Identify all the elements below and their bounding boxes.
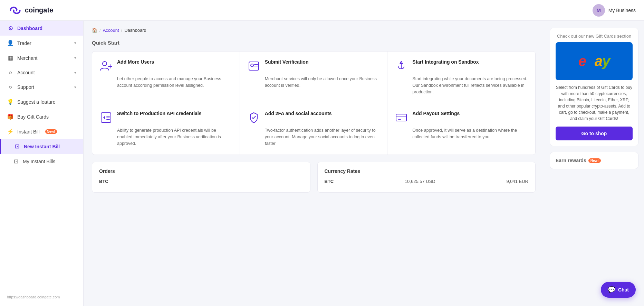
- chat-label: Chat: [618, 287, 629, 293]
- production-icon: [99, 111, 113, 124]
- sidebar-item-account[interactable]: ○ Account ▾: [0, 65, 83, 80]
- breadcrumb-account[interactable]: Account: [103, 28, 119, 33]
- qs-desc-payout: Once approved, it will serve as a destin…: [394, 127, 528, 140]
- logo[interactable]: coingate: [8, 6, 53, 15]
- sidebar-footer: https://dashboard.coingate.com: [0, 292, 83, 302]
- sidebar: ⊙ Dashboard 👤 Trader ▾ ▦ Merchant ▾ ○ Ac…: [0, 21, 84, 306]
- qs-card-add-users: Add More Users Let other people to acces…: [92, 52, 240, 103]
- currency-rates-title: Currency Rates: [325, 168, 529, 174]
- quick-start-grid: Add More Users Let other people to acces…: [92, 51, 536, 155]
- earn-label: Earn rewards: [556, 158, 586, 163]
- earn-title: Earn rewards New!: [556, 158, 633, 163]
- account-icon: ○: [7, 69, 14, 76]
- ebay-text: ebay: [578, 53, 610, 69]
- promo-desc: Select from hundreds of Gift Cards to bu…: [556, 84, 633, 122]
- sidebar-label-gift-cards: Buy Gift Cards: [17, 114, 49, 120]
- qs-title-2fa: Add 2FA and social accounts: [265, 111, 332, 116]
- qs-card-switch-production: Switch to Production API credentials Abi…: [92, 103, 240, 154]
- gift-icon: 🎁: [7, 113, 14, 120]
- qs-title-add-users: Add More Users: [117, 59, 154, 65]
- trader-icon: 👤: [7, 40, 14, 46]
- earn-rewards-section: Earn rewards New!: [550, 152, 638, 169]
- chevron-down-icon: ▾: [74, 56, 76, 60]
- sidebar-label-my-instant-bills: My Instant Bills: [23, 159, 55, 164]
- home-icon[interactable]: 🏠: [92, 28, 97, 33]
- qs-card-add-2fa: Add 2FA and social accounts Two-factor a…: [240, 103, 388, 154]
- chevron-down-icon: ▾: [74, 41, 76, 45]
- qs-title-sandbox: Start Integrating on Sandbox: [412, 59, 479, 65]
- sidebar-label-dashboard: Dashboard: [17, 26, 42, 31]
- right-panel: Check out our new Gift Cards section eba…: [544, 21, 644, 306]
- promo-title: Check out our new Gift Cards section: [556, 34, 633, 39]
- orders-row-btc: BTC: [99, 177, 303, 186]
- chevron-down-icon: ▾: [74, 85, 76, 90]
- sidebar-item-merchant[interactable]: ▦ Merchant ▾: [0, 50, 83, 65]
- sidebar-item-gift-cards[interactable]: 🎁 Buy Gift Cards: [0, 109, 83, 124]
- sidebar-label-support: Support: [17, 84, 34, 90]
- btc-label: BTC: [99, 179, 108, 184]
- sidebar-item-dashboard[interactable]: ⊙ Dashboard: [0, 21, 83, 36]
- user-name: My Business: [608, 8, 636, 13]
- currency-rate-row-btc: BTC 10,625.57 USD 9,041 EUR: [325, 177, 529, 186]
- new-bill-icon: ⊡: [13, 143, 20, 150]
- main-content: 🏠 / Account / Dashboard Quick Start: [84, 21, 544, 306]
- sidebar-label-account: Account: [17, 70, 35, 75]
- gift-card-promo: Check out our new Gift Cards section eba…: [550, 28, 638, 146]
- twofa-icon: [247, 111, 261, 124]
- topnav: coingate M My Business: [0, 0, 644, 21]
- qs-desc-add-users: Let other people to access and manage yo…: [99, 76, 233, 89]
- qs-card-submit-verification: Submit Verification Merchant services wi…: [240, 52, 388, 103]
- go-shop-button[interactable]: Go to shop: [556, 127, 633, 140]
- sidebar-label-new-instant-bill: New Instant Bill: [24, 144, 60, 149]
- svg-point-4: [251, 64, 253, 67]
- sidebar-item-suggest[interactable]: 💡 Suggest a feature: [0, 94, 83, 109]
- sidebar-label-instant-bill: Instant Bill: [17, 129, 40, 135]
- new-badge: New!: [45, 129, 57, 134]
- chat-icon: 💬: [608, 286, 615, 294]
- earn-new-badge: New!: [588, 158, 601, 163]
- sidebar-label-suggest: Suggest a feature: [17, 99, 56, 105]
- breadcrumb-current: Dashboard: [124, 28, 146, 33]
- qs-title-payout: Add Payout Settings: [412, 111, 460, 116]
- qs-card-payout: Add Payout Settings Once approved, it wi…: [387, 103, 535, 154]
- my-bills-icon: ⊡: [12, 158, 19, 165]
- dashboard-icon: ⊙: [7, 25, 14, 31]
- rate-eur: 9,041 EUR: [506, 179, 528, 184]
- support-icon: ○: [7, 84, 14, 90]
- merchant-icon: ▦: [7, 55, 14, 61]
- user-menu[interactable]: M My Business: [593, 4, 636, 17]
- breadcrumb-sep1: /: [99, 28, 101, 33]
- qs-desc-submit-verification: Merchant services will only be allowed o…: [247, 76, 381, 89]
- avatar: M: [593, 4, 605, 17]
- sidebar-label-merchant: Merchant: [17, 55, 37, 61]
- logo-text: coingate: [25, 6, 53, 14]
- orders-title: Orders: [99, 168, 303, 174]
- sidebar-label-trader: Trader: [17, 40, 31, 46]
- breadcrumb: 🏠 / Account / Dashboard: [92, 28, 536, 33]
- sidebar-item-my-instant-bills[interactable]: ⊡ My Instant Bills: [0, 154, 83, 169]
- lightbulb-icon: 💡: [7, 99, 14, 105]
- currency-rates-panel: Currency Rates BTC 10,625.57 USD 9,041 E…: [317, 162, 536, 193]
- rate-usd: 10,625.57 USD: [405, 179, 435, 184]
- logo-icon: [8, 6, 22, 15]
- sidebar-item-instant-bill[interactable]: ⚡ Instant Bill New!: [0, 124, 83, 139]
- svg-point-0: [103, 62, 107, 66]
- svg-rect-11: [396, 114, 406, 121]
- sidebar-item-support[interactable]: ○ Support ▾: [0, 80, 83, 94]
- qs-desc-production: Ability to generate production API crede…: [99, 127, 233, 147]
- sidebar-item-trader[interactable]: 👤 Trader ▾: [0, 36, 83, 50]
- chevron-down-icon: ▾: [74, 71, 76, 75]
- qs-title-production: Switch to Production API credentials: [117, 111, 202, 116]
- payout-icon: [394, 111, 408, 124]
- sidebar-item-new-instant-bill[interactable]: ⊡ New Instant Bill: [0, 139, 83, 154]
- breadcrumb-sep2: /: [121, 28, 123, 33]
- ebay-banner: ebay: [556, 42, 633, 80]
- chat-button[interactable]: 💬 Chat: [601, 282, 636, 298]
- qs-desc-sandbox: Start integrating while your documents a…: [394, 76, 528, 95]
- quick-start-title: Quick Start: [92, 40, 536, 46]
- qs-title-submit-verification: Submit Verification: [265, 59, 309, 65]
- lightning-icon: ⚡: [7, 128, 14, 135]
- add-users-icon: [99, 59, 113, 73]
- bottom-panels: Orders BTC Currency Rates BTC 10,625.57 …: [92, 162, 536, 193]
- orders-panel: Orders BTC: [92, 162, 310, 193]
